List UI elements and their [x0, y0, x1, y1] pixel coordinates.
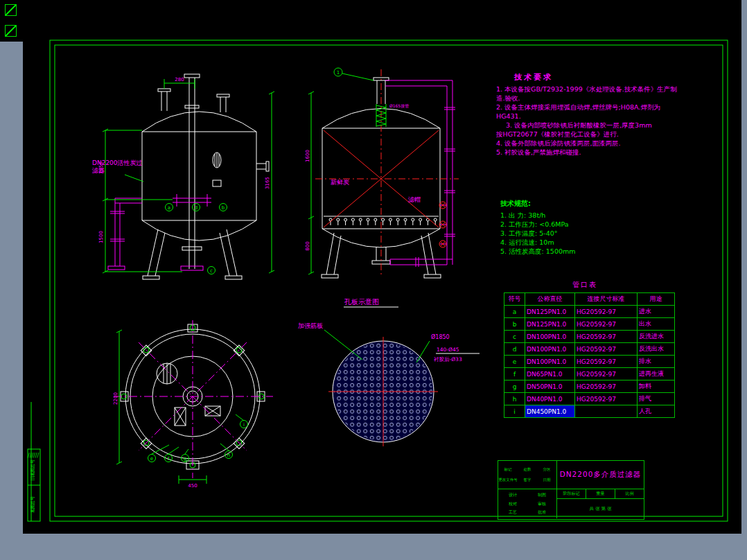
- nozzle-table-header-row: 符号公称直径连接尺寸标准用途: [504, 293, 675, 306]
- nozzle-symbol-cell[interactable]: e: [504, 356, 525, 368]
- stage-label: 重量: [586, 489, 615, 498]
- tech-spec-list: 1. 出 力: 38t/h2. 工作压力: <0.6MPa3. 工作温度: 5-…: [500, 211, 646, 256]
- app-glyph-2-icon[interactable]: [5, 25, 17, 37]
- tech-req-title: 技术要求: [514, 72, 679, 82]
- signature-label: 批准: [538, 509, 546, 516]
- revision-label: 分区: [543, 467, 551, 472]
- nozzle-symbol-cell[interactable]: g: [504, 380, 525, 393]
- nozzle-std-cell[interactable]: HG20592-97: [575, 380, 638, 393]
- tech-req-line: 按HGT20677《橡胶衬里化工设备》进行.: [496, 130, 679, 139]
- nozzle-table: 符号公称直径连接尺寸标准用途 a DN125PN1.0 HG20592-97 进…: [504, 292, 675, 418]
- nozzle-std-cell[interactable]: HG20592-97: [575, 368, 638, 380]
- nozzle-use-cell[interactable]: 卸料: [638, 380, 675, 393]
- signature-label: 工艺: [509, 509, 517, 516]
- signature-label: 审核: [538, 501, 546, 507]
- nozzle-use-cell[interactable]: 进水: [638, 306, 675, 318]
- tech-spec-line: 4. 运行流速: 10m: [500, 238, 646, 247]
- app-glyph-1-icon[interactable]: [5, 4, 17, 16]
- nozzle-table-row[interactable]: a DN125PN1.0 HG20592-97 进水: [504, 306, 675, 318]
- nozzle-symbol-cell[interactable]: i: [504, 405, 525, 418]
- nozzle-table-header: 符号: [504, 293, 525, 306]
- nozzle-table-row[interactable]: e DN100PN1.0 HG20592-97 排水: [504, 356, 675, 368]
- signature-area: 设计制图校对审核工艺批准: [498, 489, 557, 518]
- revision-label: 标记: [504, 467, 512, 472]
- tech-spec-line: 1. 出 力: 38t/h: [500, 211, 646, 220]
- nozzle-use-cell[interactable]: 人孔: [638, 405, 675, 418]
- viewer-left-margin: [0, 42, 23, 534]
- nozzle-dn-cell[interactable]: DN100PN1.0: [525, 356, 575, 368]
- nozzle-dn-cell[interactable]: DN125PN1.0: [525, 318, 575, 331]
- nozzle-use-cell[interactable]: 排气: [638, 393, 675, 405]
- tech-req-line: 1. 本设备按GB/T2932-1999《水处理设备.技术条件》生产制造.验收.: [496, 85, 679, 103]
- nozzle-dn-cell[interactable]: DN450PN1.0: [525, 405, 575, 418]
- nozzle-symbol-cell[interactable]: d: [504, 343, 525, 356]
- tech-spec-line: 2. 工作压力: <0.6MPa: [500, 220, 646, 229]
- nozzle-dn-cell[interactable]: DN100PN1.0: [525, 331, 575, 343]
- nozzle-std-cell[interactable]: [575, 405, 638, 418]
- technical-specs: 技术规范: 1. 出 力: 38t/h2. 工作压力: <0.6MPa3. 工作…: [500, 199, 646, 256]
- nozzle-std-cell[interactable]: HG20592-97: [575, 393, 638, 405]
- nozzle-table-row[interactable]: h DN40PN1.0 HG20592-97 排气: [504, 393, 675, 405]
- nozzle-table-header: 连接尺寸标准: [575, 293, 638, 306]
- tech-spec-line: 3. 工作温度: 5-40°: [500, 229, 646, 238]
- nozzle-table-row[interactable]: d DN100PN1.0 HG20592-97 反洗出水: [504, 343, 675, 356]
- technical-requirements: 技术要求 1. 本设备按GB/T2932-1999《水处理设备.技术条件》生产制…: [496, 72, 679, 157]
- signature-label: 校对: [509, 501, 517, 507]
- tech-req-line: 5. 衬胶设备,严禁施焊和碰撞.: [496, 148, 679, 157]
- stage-label: 比例: [615, 489, 644, 498]
- tech-req-list: 1. 本设备按GB/T2932-1999《水处理设备.技术条件》生产制造.验收.…: [496, 85, 679, 157]
- revision-label: 处数: [524, 467, 531, 472]
- nozzle-dn-cell[interactable]: DN50PN1.0: [525, 380, 575, 393]
- nozzle-table-row[interactable]: c DN100PN1.0 HG20592-97 反洗进水: [504, 331, 675, 343]
- nozzle-table-row[interactable]: b DN125PN1.0 HG20592-97 出水: [504, 318, 675, 331]
- nozzle-std-cell[interactable]: HG20592-97: [575, 356, 638, 368]
- drawing-title: DN2200多介质过滤器: [557, 461, 644, 489]
- nozzle-table-title: 管口表: [572, 280, 597, 290]
- stage-label: 阶段标记: [557, 489, 586, 498]
- nozzle-std-cell[interactable]: HG20592-97: [575, 306, 638, 318]
- revision-area: 标记处数分区更改文件号签字日期: [498, 461, 557, 489]
- nozzle-dn-cell[interactable]: DN125PN1.0: [525, 306, 575, 318]
- nozzle-table-row[interactable]: g DN50PN1.0 HG20592-97 卸料: [504, 380, 675, 393]
- nozzle-use-cell[interactable]: 排水: [638, 356, 675, 368]
- nozzle-table-header: 用途: [638, 293, 675, 306]
- nozzle-use-cell[interactable]: 进再生液: [638, 368, 675, 380]
- revision-label: 更改文件号: [498, 478, 518, 482]
- signature-label: 设计: [509, 492, 517, 498]
- nozzle-dn-cell[interactable]: DN40PN1.0: [525, 393, 575, 405]
- stage-row: 阶段标记重量比例: [557, 489, 644, 499]
- sheet-info: 共 张 第 张: [557, 499, 644, 518]
- revision-label: 签字: [524, 478, 531, 482]
- nozzle-table-header: 公称直径: [525, 293, 575, 306]
- title-block: 标记处数分区更改文件号签字日期 DN2200多介质过滤器 设计制图校对审核工艺批…: [498, 460, 644, 520]
- nozzle-table-row[interactable]: i DN450PN1.0 人孔: [504, 405, 675, 418]
- tech-req-line: 2. 设备主体焊接采用埋弧自动焊,焊丝牌号;H08A.焊剂为HG431.: [496, 103, 679, 121]
- revision-label: 日期: [543, 478, 551, 482]
- nozzle-use-cell[interactable]: 出水: [638, 318, 675, 331]
- nozzle-dn-cell[interactable]: DN65PN1.0: [525, 368, 575, 380]
- nozzle-symbol-cell[interactable]: a: [504, 306, 525, 318]
- nozzle-std-cell[interactable]: HG20592-97: [575, 343, 638, 356]
- nozzle-symbol-cell[interactable]: c: [504, 331, 525, 343]
- nozzle-symbol-cell[interactable]: f: [504, 368, 525, 380]
- nozzle-dn-cell[interactable]: DN100PN1.0: [525, 343, 575, 356]
- tech-req-line: 4. 设备外部除锈后涂防锈漆两层,面漆两层.: [496, 139, 679, 148]
- nozzle-use-cell[interactable]: 反洗出水: [638, 343, 675, 356]
- stage-area: 阶段标记重量比例 共 张 第 张: [557, 489, 644, 518]
- signature-label: 制图: [538, 492, 546, 498]
- nozzle-std-cell[interactable]: HG20592-97: [575, 318, 638, 331]
- nozzle-symbol-cell[interactable]: h: [504, 393, 525, 405]
- nozzle-use-cell[interactable]: 反洗进水: [638, 331, 675, 343]
- tech-spec-title: 技术规范:: [500, 199, 646, 209]
- cad-viewer-page: ////// 旧底图总号 底图总号: [0, 0, 747, 560]
- nozzle-std-cell[interactable]: HG20592-97: [575, 331, 638, 343]
- tech-req-line: 3. 设备内部喷砂除锈后衬耐酸橡胶一层,厚度3mm: [496, 121, 679, 130]
- nozzle-table-row[interactable]: f DN65PN1.0 HG20592-97 进再生液: [504, 368, 675, 380]
- nozzle-symbol-cell[interactable]: b: [504, 318, 525, 331]
- tech-spec-line: 5. 活性炭高度: 1500mm: [500, 247, 646, 256]
